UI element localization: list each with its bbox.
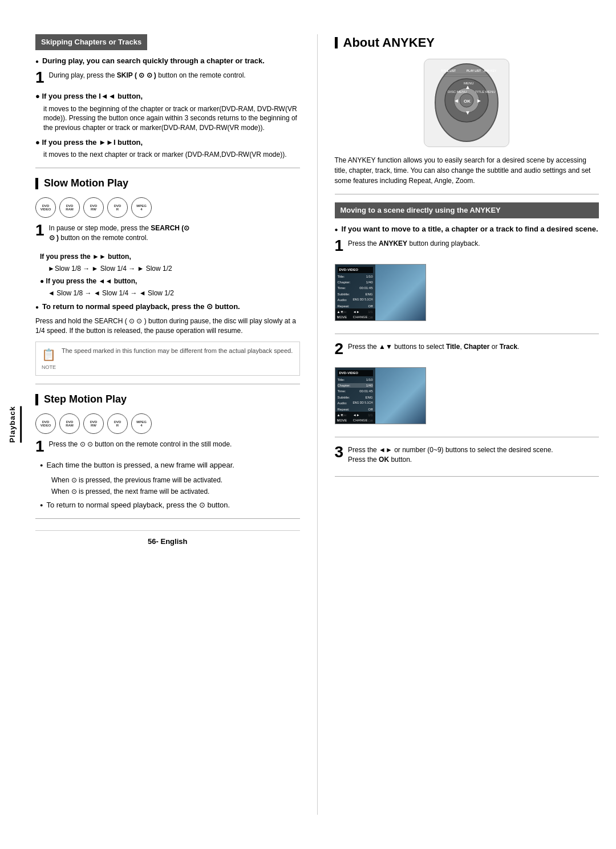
anykey-bullet1: If you want to move to a title, a chapte… xyxy=(335,224,599,234)
anykey-step1: 1 Press the ANYKEY button during playbac… xyxy=(335,239,599,254)
skip-sub2-head: ● If you press the ►►I button, xyxy=(35,137,300,148)
svg-text:DISC MENU: DISC MENU xyxy=(448,90,467,94)
left-column: Skipping Chapters or Tracks During play,… xyxy=(35,34,318,815)
dvd-header1: DVD-VIDEO xyxy=(338,267,373,273)
svg-text:TITLE MENU: TITLE MENU xyxy=(475,90,496,94)
slow-sub2-head: ● If you press the ◄◄ button, xyxy=(40,277,300,286)
section-step-motion: Step Motion Play DVDVIDEO DVDRAM DVDRW D… xyxy=(35,392,300,510)
disc-dvd-r: DVDR xyxy=(107,197,128,218)
disc-step-dvd-r: DVDR xyxy=(107,413,128,434)
divider3 xyxy=(35,518,300,519)
divider-right2 xyxy=(335,334,599,334)
disc-step-dvd-video: DVDVIDEO xyxy=(35,413,56,434)
skipping-bullet1: During play, you can search quickly thro… xyxy=(35,56,300,66)
remote-container: TITLE LIST PLAY LIST ANY KEY DISC MENU M… xyxy=(335,59,599,147)
remote-image: TITLE LIST PLAY LIST ANY KEY DISC MENU M… xyxy=(424,59,509,147)
remote-svg: TITLE LIST PLAY LIST ANY KEY DISC MENU M… xyxy=(429,62,504,144)
dvd-footer1: ▲▼ MOVE◄► CHANGE xyxy=(335,308,375,320)
dvd-header2: DVD-VIDEO xyxy=(338,370,373,376)
svg-text:▼: ▼ xyxy=(465,109,471,116)
moving-scene-header: Moving to a scene directly using the ANY… xyxy=(335,202,599,218)
section-skipping-header: Skipping Chapters or Tracks xyxy=(35,34,147,50)
sidebar: Playback xyxy=(0,23,30,826)
dvd-screenshot2: DVD-VIDEO Title:1/10 Chapter:1/40 Time:0… xyxy=(335,367,426,424)
disc-dvd-rw: DVDRW xyxy=(83,197,104,218)
slow-motion-title: Slow Motion Play xyxy=(35,176,300,190)
disc-step-dvd-ram: DVDRAM xyxy=(59,413,80,434)
slow-sub1-body: ►Slow 1/8 → ► Slow 1/4 → ► Slow 1/2 xyxy=(48,264,300,274)
slow-sub1-head: If you press the ►► button, xyxy=(40,252,300,262)
svg-text:◄: ◄ xyxy=(453,98,459,104)
slow-sub2-body: ◄ Slow 1/8 → ◄ Slow 1/4 → ◄ Slow 1/2 xyxy=(48,289,300,298)
disc-types-step: DVDVIDEO DVDRAM DVDRW DVDR MPEG4 xyxy=(35,413,300,434)
divider-right1 xyxy=(335,194,599,194)
divider2 xyxy=(35,384,300,384)
skip-step1: 1 During play, press the SKIP ( ⊙ ⊙ ) bu… xyxy=(35,71,300,86)
anykey-step2: 2 Press the ▲▼ buttons to select Title, … xyxy=(335,342,599,357)
note-icon-wrap: 📋 NOTE xyxy=(42,347,56,371)
step-bullet2: To return to normal speed playback, pres… xyxy=(40,500,300,510)
disc-types-slow: DVDVIDEO DVDRAM DVDRW DVDR MPEG4 xyxy=(35,197,300,218)
dvd-screenshot1-wrap: DVD-VIDEO Title:1/10 Chapter:1/40 Time:0… xyxy=(335,259,599,326)
step-bullet1: Each time the button is pressed, a new f… xyxy=(40,460,300,470)
slow-sub3: To return to normal speed playback, pres… xyxy=(35,302,300,312)
dvd-overlay2: DVD-VIDEO Title:1/10 Chapter:1/40 Time:0… xyxy=(335,368,375,424)
svg-text:ANY KEY: ANY KEY xyxy=(484,69,497,72)
note-box: 📋 NOTE The speed marked in this function… xyxy=(35,342,300,376)
svg-text:OK: OK xyxy=(464,99,471,104)
step-bullet1c: When ⊙ is pressed, the next frame will b… xyxy=(51,487,300,497)
step-motion-title: Step Motion Play xyxy=(35,392,300,407)
disc-step-dvd-rw: DVDRW xyxy=(83,413,104,434)
divider-right4 xyxy=(335,476,599,477)
svg-text:TITLE LIST: TITLE LIST xyxy=(441,69,456,72)
disc-step-mpeg4: MPEG4 xyxy=(131,413,152,434)
slow-body1: Press and hold the SEARCH ( ⊙ ⊙ ) button… xyxy=(35,316,300,336)
svg-text:►: ► xyxy=(476,98,482,104)
disc-mpeg4: MPEG4 xyxy=(131,197,152,218)
dvd-footer2: ▲▼ MOVE◄► CHANGE xyxy=(335,412,375,424)
slow-step1: 1 In pause or step mode, press the SEARC… xyxy=(35,224,300,246)
skip-sub1-head: ● If you press the I◄◄ button, xyxy=(35,91,300,101)
step-step1: 1 Press the ⊙ ⊙ button on the remote con… xyxy=(35,440,300,454)
section-skipping: Skipping Chapters or Tracks During play,… xyxy=(35,34,300,160)
dvd-screenshot2-wrap: DVD-VIDEO Title:1/10 Chapter:1/40 Time:0… xyxy=(335,363,599,429)
right-column: About ANYKEY TITLE LIST PLAY LIST ANY KE… xyxy=(318,34,599,815)
svg-text:PLAY LIST: PLAY LIST xyxy=(467,69,481,72)
sidebar-label: Playback xyxy=(7,406,22,442)
note-text: The speed marked in this function may be… xyxy=(62,347,293,355)
anykey-intro: The ANYKEY function allows you to easily… xyxy=(335,155,599,186)
step-bullet1b: When ⊙ is pressed, the previous frame wi… xyxy=(51,476,300,485)
section-slow-motion: Slow Motion Play DVDVIDEO DVDRAM DVDRW D… xyxy=(35,176,300,376)
divider1 xyxy=(35,168,300,168)
main-content: Skipping Chapters or Tracks During play,… xyxy=(30,23,616,826)
page: Playback Skipping Chapters or Tracks Dur… xyxy=(0,0,616,849)
skip-sub2-body: it moves to the next chapter or track or… xyxy=(43,150,300,160)
divider-right3 xyxy=(335,437,599,437)
dvd-screenshot1: DVD-VIDEO Title:1/10 Chapter:1/40 Time:0… xyxy=(335,264,426,321)
section-moving-scene: Moving to a scene directly using the ANY… xyxy=(335,202,599,477)
svg-text:▲: ▲ xyxy=(465,84,471,90)
note-icon: 📋 xyxy=(42,347,56,363)
skip-sub1-body: it moves to the beginning of the chapter… xyxy=(43,104,300,133)
dvd-overlay1: DVD-VIDEO Title:1/10 Chapter:1/40 Time:0… xyxy=(335,265,375,320)
disc-dvd-video: DVDVIDEO xyxy=(35,197,56,218)
page-footer: 56- English xyxy=(35,530,300,547)
about-anykey-title: About ANYKEY xyxy=(335,34,599,52)
anykey-step3: 3 Press the ◄► or number (0~9) buttons t… xyxy=(335,445,599,468)
disc-dvd-ram: DVDRAM xyxy=(59,197,80,218)
